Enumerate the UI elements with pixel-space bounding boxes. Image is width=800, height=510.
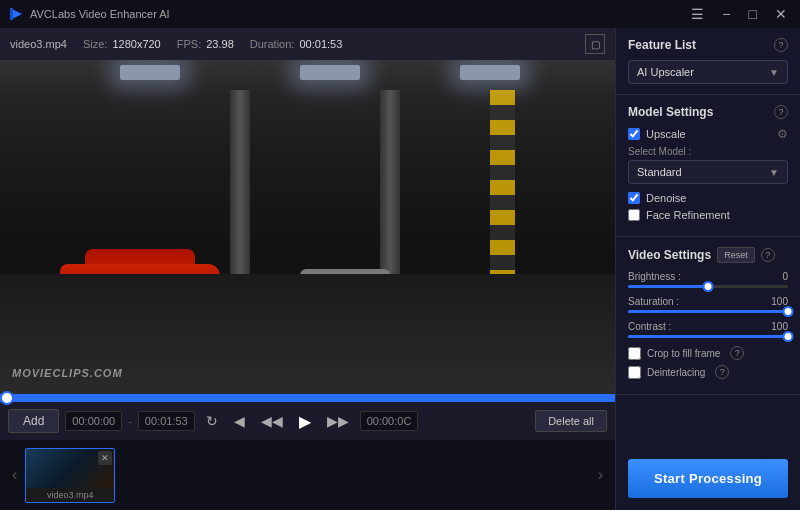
right-panel: Feature List ? AI Upscaler ▼ Model Setti… xyxy=(615,28,800,510)
filmstrip-close[interactable]: ✕ xyxy=(98,451,112,465)
model-selected: Standard xyxy=(637,166,682,178)
delete-all-button[interactable]: Delete all xyxy=(535,410,607,432)
denoise-checkbox[interactable] xyxy=(628,192,640,204)
gear-icon[interactable]: ⚙ xyxy=(777,127,788,141)
deinterlace-help-icon[interactable]: ? xyxy=(715,365,729,379)
select-model-label: Select Model : xyxy=(628,146,788,157)
saturation-row: Saturation : 100 xyxy=(628,296,788,313)
video-info-bar: video3.mp4 Size: 1280x720 FPS: 23.98 Dur… xyxy=(0,28,615,60)
crop-row: Crop to fill frame ? xyxy=(628,346,788,360)
filmstrip-label: video3.mp4 xyxy=(26,488,114,502)
watermark: MOVIECLIPS.COM xyxy=(12,367,123,379)
filmstrip-next[interactable]: › xyxy=(594,466,607,484)
video-settings-header: Video Settings Reset ? xyxy=(628,247,788,263)
crop-checkbox[interactable] xyxy=(628,347,641,360)
saturation-thumb[interactable] xyxy=(783,306,794,317)
video-fps: FPS: 23.98 xyxy=(177,38,234,50)
maximize-btn[interactable]: □ xyxy=(744,4,762,24)
filmstrip: ‹ ✕ video3.mp4 › xyxy=(0,440,615,510)
ceiling-light-2 xyxy=(300,65,360,80)
window-controls: ☰ − □ ✕ xyxy=(686,4,792,24)
feature-list-title: Feature List xyxy=(628,38,696,52)
contrast-label: Contrast : xyxy=(628,321,671,332)
face-refinement-row: Face Refinement xyxy=(628,209,788,221)
contrast-thumb[interactable] xyxy=(783,331,794,342)
timeline-bar[interactable] xyxy=(0,394,615,402)
menu-btn[interactable]: ☰ xyxy=(686,4,709,24)
feature-list-dropdown[interactable]: AI Upscaler ▼ xyxy=(628,60,788,84)
left-panel: video3.mp4 Size: 1280x720 FPS: 23.98 Dur… xyxy=(0,28,615,510)
upscale-checkbox[interactable] xyxy=(628,128,640,140)
add-button[interactable]: Add xyxy=(8,409,59,433)
main-layout: video3.mp4 Size: 1280x720 FPS: 23.98 Dur… xyxy=(0,28,800,510)
time-separator: - xyxy=(128,415,132,427)
svg-rect-1 xyxy=(10,8,13,20)
time-current: 00:00:0C xyxy=(360,411,419,431)
crop-help-icon[interactable]: ? xyxy=(730,346,744,360)
time-end: 00:01:53 xyxy=(138,411,195,431)
denoise-row: Denoise xyxy=(628,192,788,204)
controls-bar: Add 00:00:00 - 00:01:53 ↻ ◀ ◀◀ ▶ ▶▶ 00:0… xyxy=(0,402,615,440)
reset-button[interactable]: Reset xyxy=(717,247,755,263)
video-size: Size: 1280x720 xyxy=(83,38,161,50)
feature-list-section: Feature List ? AI Upscaler ▼ xyxy=(616,28,800,95)
video-preview: MOVIECLIPS.COM xyxy=(0,60,615,394)
crop-label: Crop to fill frame xyxy=(647,348,720,359)
app-logo xyxy=(8,6,24,22)
timeline-progress xyxy=(0,394,615,402)
ceiling-light-1 xyxy=(120,65,180,80)
timeline-thumb[interactable] xyxy=(0,391,14,405)
close-btn[interactable]: ✕ xyxy=(770,4,792,24)
video-settings-section: Video Settings Reset ? Brightness : 0 Sa… xyxy=(616,237,800,395)
model-settings-title: Model Settings xyxy=(628,105,713,119)
start-processing-button[interactable]: Start Processing xyxy=(628,459,788,498)
brightness-thumb[interactable] xyxy=(703,281,714,292)
minimize-btn[interactable]: − xyxy=(717,4,735,24)
feature-list-help[interactable]: ? xyxy=(774,38,788,52)
contrast-label-row: Contrast : 100 xyxy=(628,321,788,332)
video-duration: Duration: 00:01:53 xyxy=(250,38,343,50)
model-chevron-icon: ▼ xyxy=(769,167,779,178)
chevron-down-icon: ▼ xyxy=(769,67,779,78)
brightness-track xyxy=(628,285,788,288)
deinterlace-row: Deinterlacing ? xyxy=(628,365,788,379)
contrast-row: Contrast : 100 xyxy=(628,321,788,338)
saturation-fill xyxy=(628,310,788,313)
play-button[interactable]: ▶ xyxy=(294,410,316,433)
saturation-track xyxy=(628,310,788,313)
model-settings-section: Model Settings ? Upscale ⚙ Select Model … xyxy=(616,95,800,237)
model-settings-help[interactable]: ? xyxy=(774,105,788,119)
prev-frame-button[interactable]: ◀ xyxy=(229,411,250,431)
select-model-row: Select Model : Standard ▼ xyxy=(628,146,788,184)
ceiling-light-3 xyxy=(460,65,520,80)
model-settings-header: Model Settings ? xyxy=(628,105,788,119)
video-settings-title: Video Settings xyxy=(628,248,711,262)
face-refinement-label: Face Refinement xyxy=(646,209,730,221)
brightness-fill xyxy=(628,285,708,288)
filmstrip-prev[interactable]: ‹ xyxy=(8,466,21,484)
start-btn-container: Start Processing xyxy=(616,447,800,510)
saturation-label: Saturation : xyxy=(628,296,679,307)
next-button[interactable]: ▶▶ xyxy=(322,411,354,431)
feature-list-selected: AI Upscaler xyxy=(637,66,694,78)
deinterlace-checkbox[interactable] xyxy=(628,366,641,379)
model-dropdown[interactable]: Standard ▼ xyxy=(628,160,788,184)
contrast-track xyxy=(628,335,788,338)
feature-list-header: Feature List ? xyxy=(628,38,788,52)
saturation-label-row: Saturation : 100 xyxy=(628,296,788,307)
denoise-label: Denoise xyxy=(646,192,686,204)
app-title: AVCLabs Video Enhancer AI xyxy=(30,8,686,20)
history-button[interactable]: ↻ xyxy=(201,411,223,431)
preview-scene: MOVIECLIPS.COM xyxy=(0,60,615,394)
prev-button[interactable]: ◀◀ xyxy=(256,411,288,431)
contrast-fill xyxy=(628,335,788,338)
snapshot-button[interactable]: ▢ xyxy=(585,34,605,54)
brightness-label: Brightness : xyxy=(628,271,681,282)
video-filename: video3.mp4 xyxy=(10,38,67,50)
filmstrip-item[interactable]: ✕ video3.mp4 xyxy=(25,448,115,503)
video-settings-help[interactable]: ? xyxy=(761,248,775,262)
face-refinement-checkbox[interactable] xyxy=(628,209,640,221)
title-bar: AVCLabs Video Enhancer AI ☰ − □ ✕ xyxy=(0,0,800,28)
brightness-row: Brightness : 0 xyxy=(628,271,788,288)
brightness-value: 0 xyxy=(782,271,788,282)
